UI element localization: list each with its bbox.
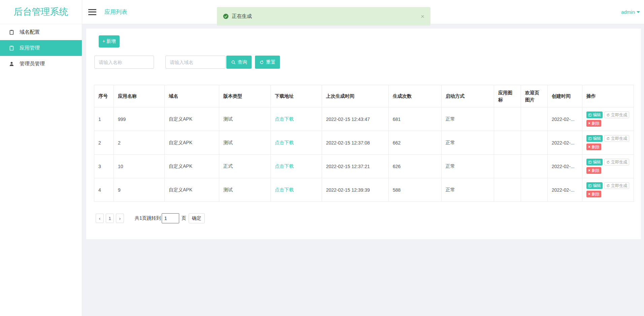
app-logo: 后台管理系统 <box>0 0 82 24</box>
col-header-created: 创建时间 <box>548 85 582 107</box>
generate-button-label: 立即生成 <box>611 113 627 117</box>
add-button[interactable]: + 新增 <box>99 35 120 48</box>
delete-button[interactable]: × 删除 <box>586 120 601 127</box>
edit-form-icon <box>588 160 592 164</box>
sidebar-item-admin-manage[interactable]: 管理员管理 <box>0 56 82 72</box>
table-body: 1 999 自定义APK 测试 点击下载 2022-02-15 12:43:47… <box>94 107 634 202</box>
next-page-button[interactable]: › <box>116 214 124 223</box>
cell-generate-count: 626 <box>389 155 442 178</box>
domain-search-input[interactable] <box>165 56 226 69</box>
cell-version-type: 正式 <box>219 155 271 178</box>
user-icon <box>9 61 14 67</box>
cell-index: 3 <box>94 155 114 178</box>
search-button[interactable]: 查询 <box>226 56 252 69</box>
sidebar-item-label: 管理员管理 <box>20 61 45 67</box>
generate-button[interactable]: 立即生成 <box>604 159 629 165</box>
table-row: 1 999 自定义APK 测试 点击下载 2022-02-15 12:43:47… <box>94 107 634 131</box>
cell-created-time: 2022-02-... <box>548 155 582 178</box>
download-link[interactable]: 点击下载 <box>271 107 322 131</box>
cell-welcome-image <box>521 155 548 178</box>
cell-last-generated: 2022-02-15 12:37:21 <box>322 155 389 178</box>
close-icon[interactable]: × <box>421 13 424 20</box>
page-title: 应用列表 <box>104 8 127 16</box>
cell-actions: 编辑 立即生成 × 删除 <box>582 131 634 155</box>
edit-form-icon <box>588 137 592 140</box>
banner-text: 正在生成 <box>232 13 252 20</box>
table-header: 序号 应用名称 域名 版本类型 下载地址 上次生成时间 生成次数 启动方式 应用… <box>94 85 634 107</box>
cell-last-generated: 2022-02-15 12:37:08 <box>322 131 389 155</box>
sidebar-item-label: 域名配置 <box>20 29 40 35</box>
cell-version-type: 测试 <box>219 107 271 131</box>
generate-button[interactable]: 立即生成 <box>604 112 629 118</box>
edit-button[interactable]: 编辑 <box>586 135 603 142</box>
close-icon: × <box>588 121 590 125</box>
download-link[interactable]: 点击下载 <box>271 131 322 155</box>
clipboard-icon <box>9 29 14 35</box>
sidebar: 后台管理系统 域名配置 应用管理 管理员管理 <box>0 0 82 316</box>
search-button-label: 查询 <box>238 59 247 65</box>
cell-generate-count: 681 <box>389 107 442 131</box>
cell-index: 2 <box>94 131 114 155</box>
cell-welcome-image <box>521 107 548 131</box>
col-header-domain: 域名 <box>165 85 219 107</box>
sidebar-item-label: 应用管理 <box>20 45 40 51</box>
table-row: 4 9 自定义APK 测试 点击下载 2022-02-15 12:39:39 5… <box>94 178 634 202</box>
delete-button-label: 删除 <box>591 121 600 125</box>
col-header-actions: 操作 <box>582 85 634 107</box>
page-suffix-text: 页 <box>182 215 186 221</box>
cell-domain: 自定义APK <box>165 155 219 178</box>
edit-button[interactable]: 编辑 <box>586 112 603 118</box>
app-table: 序号 应用名称 域名 版本类型 下载地址 上次生成时间 生成次数 启动方式 应用… <box>94 85 634 202</box>
delete-button-label: 删除 <box>591 168 600 172</box>
delete-button[interactable]: × 删除 <box>586 144 601 150</box>
cell-launch-mode: 正常 <box>442 131 494 155</box>
check-circle-icon <box>223 13 229 19</box>
status-banner: 正在生成 × <box>217 7 430 26</box>
close-icon: × <box>588 145 590 149</box>
sidebar-item-app-manage[interactable]: 应用管理 <box>0 40 82 56</box>
delete-button-label: 删除 <box>591 145 600 149</box>
col-header-last-time: 上次生成时间 <box>322 85 389 107</box>
generate-button[interactable]: 立即生成 <box>604 135 629 142</box>
edit-button-label: 编辑 <box>593 113 601 117</box>
col-header-version: 版本类型 <box>219 85 271 107</box>
cell-index: 1 <box>94 107 114 131</box>
cell-app-name: 9 <box>114 178 165 202</box>
cell-app-name: 999 <box>114 107 165 131</box>
cell-created-time: 2022-02-... <box>548 178 582 202</box>
cell-domain: 自定义APK <box>165 131 219 155</box>
user-menu[interactable]: admin <box>621 9 640 15</box>
name-search-input[interactable] <box>94 56 154 69</box>
edit-form-icon <box>588 184 592 188</box>
cell-launch-mode: 正常 <box>442 178 494 202</box>
col-header-download: 下载地址 <box>271 85 322 107</box>
download-link[interactable]: 点击下载 <box>271 155 322 178</box>
cell-generate-count: 588 <box>389 178 442 202</box>
cell-actions: 编辑 立即生成 × 删除 <box>582 178 634 202</box>
download-link[interactable]: 点击下载 <box>271 178 322 202</box>
edit-button[interactable]: 编辑 <box>586 159 603 165</box>
cell-index: 4 <box>94 178 114 202</box>
page-number-button[interactable]: 1 <box>106 214 114 223</box>
delete-button[interactable]: × 删除 <box>586 191 601 197</box>
jump-page-input[interactable] <box>162 213 179 223</box>
confirm-button[interactable]: 确定 <box>189 213 205 223</box>
chevron-down-icon <box>637 11 640 13</box>
edit-button-label: 编辑 <box>593 136 601 140</box>
edit-button[interactable]: 编辑 <box>586 182 603 189</box>
prev-page-button[interactable]: ‹ <box>96 214 104 223</box>
delete-button[interactable]: × 删除 <box>586 167 601 174</box>
col-header-name: 应用名称 <box>114 85 165 107</box>
col-header-welcome: 欢迎页图片 <box>521 85 548 107</box>
reset-button[interactable]: 重置 <box>255 56 280 69</box>
hamburger-menu-icon[interactable] <box>88 9 96 15</box>
cell-app-icon <box>494 155 521 178</box>
cell-app-name: 10 <box>114 155 165 178</box>
search-icon <box>231 60 236 65</box>
sidebar-item-domain-config[interactable]: 域名配置 <box>0 24 82 40</box>
generate-button[interactable]: 立即生成 <box>604 182 629 189</box>
content-panel: + 新增 查询 重置 <box>86 29 641 239</box>
delete-button-label: 删除 <box>591 192 600 196</box>
pagination: ‹ 1 › 共1页跳转到 页 确定 <box>96 213 205 223</box>
generate-button-label: 立即生成 <box>611 136 627 140</box>
